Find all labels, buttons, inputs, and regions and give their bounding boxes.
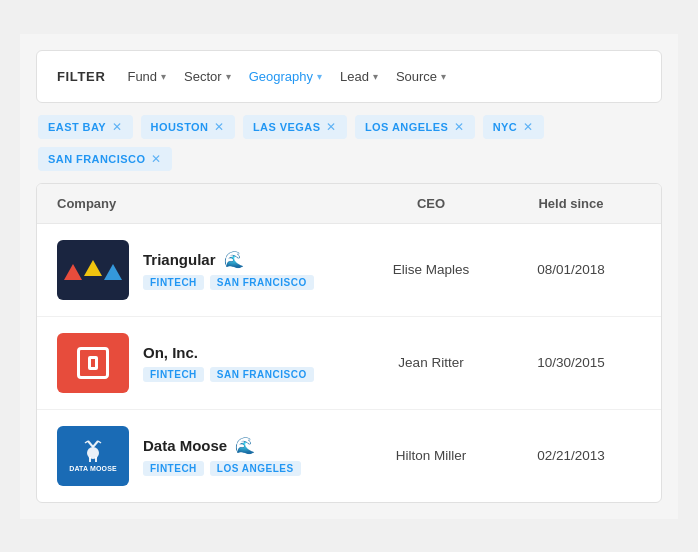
company-name-row: Triangular 🌊 (143, 250, 314, 269)
tag-las-vegas[interactable]: LAS VEGAS ✕ (243, 115, 347, 139)
filter-label: FILTER (57, 69, 105, 84)
column-company: Company (57, 196, 361, 211)
close-icon[interactable]: ✕ (454, 120, 464, 134)
chevron-down-icon: ▾ (441, 71, 446, 82)
company-tags: FINTECH LOS ANGELES (143, 461, 301, 476)
company-cell: Triangular 🌊 FINTECH SAN FRANCISCO (57, 240, 361, 300)
held-since-value: 08/01/2018 (501, 262, 641, 277)
tag-los-angeles[interactable]: LOS ANGELES ✕ (355, 115, 475, 139)
svg-line-5 (85, 441, 88, 443)
moose-icon (76, 439, 110, 463)
company-info: On, Inc. FINTECH SAN FRANCISCO (143, 344, 314, 382)
tag-nyc[interactable]: NYC ✕ (483, 115, 544, 139)
company-cell: DATA MOOSE Data Moose 🌊 FINTECH LOS ANGE… (57, 426, 361, 486)
company-name-row: On, Inc. (143, 344, 314, 361)
column-held-since: Held since (501, 196, 641, 211)
tag-fintech: FINTECH (143, 461, 204, 476)
svg-line-6 (98, 441, 101, 443)
companies-table: Company CEO Held since Triangular 🌊 (36, 183, 662, 503)
table-row[interactable]: DATA MOOSE Data Moose 🌊 FINTECH LOS ANGE… (37, 410, 661, 502)
ceo-value: Jean Ritter (361, 355, 501, 370)
wave-icon: 🌊 (235, 436, 255, 455)
tag-san-francisco: SAN FRANCISCO (210, 275, 314, 290)
table-header: Company CEO Held since (37, 184, 661, 224)
tag-san-francisco[interactable]: SAN FRANCISCO ✕ (38, 147, 172, 171)
filter-lead[interactable]: Lead ▾ (334, 65, 384, 88)
on-icon (77, 347, 109, 379)
chevron-down-icon: ▾ (161, 71, 166, 82)
table-row[interactable]: Triangular 🌊 FINTECH SAN FRANCISCO Elise… (37, 224, 661, 317)
svg-point-0 (87, 447, 99, 459)
company-logo-triangular (57, 240, 129, 300)
on-inner-icon (88, 356, 98, 370)
close-icon[interactable]: ✕ (214, 120, 224, 134)
company-name: Triangular (143, 251, 216, 268)
table-row[interactable]: On, Inc. FINTECH SAN FRANCISCO Jean Ritt… (37, 317, 661, 410)
active-filters: EAST BAY ✕ HOUSTON ✕ LAS VEGAS ✕ LOS ANG… (36, 115, 662, 171)
company-name: On, Inc. (143, 344, 198, 361)
held-since-value: 10/30/2015 (501, 355, 641, 370)
company-info: Triangular 🌊 FINTECH SAN FRANCISCO (143, 250, 314, 290)
close-icon[interactable]: ✕ (326, 120, 336, 134)
triangle-yellow-icon (84, 260, 102, 276)
column-ceo: CEO (361, 196, 501, 211)
filter-geography[interactable]: Geography ▾ (243, 65, 328, 88)
triangles-icon (64, 260, 122, 280)
tag-los-angeles: LOS ANGELES (210, 461, 301, 476)
close-icon[interactable]: ✕ (151, 152, 161, 166)
company-tags: FINTECH SAN FRANCISCO (143, 367, 314, 382)
company-info: Data Moose 🌊 FINTECH LOS ANGELES (143, 436, 301, 476)
company-cell: On, Inc. FINTECH SAN FRANCISCO (57, 333, 361, 393)
svg-line-3 (88, 441, 93, 447)
main-container: FILTER Fund ▾ Sector ▾ Geography ▾ Lead … (20, 34, 678, 519)
company-logo-datamoose: DATA MOOSE (57, 426, 129, 486)
company-name: Data Moose (143, 437, 227, 454)
svg-line-4 (93, 441, 98, 447)
company-tags: FINTECH SAN FRANCISCO (143, 275, 314, 290)
ceo-value: Hilton Miller (361, 448, 501, 463)
triangle-blue-icon (104, 264, 122, 280)
tag-fintech: FINTECH (143, 275, 204, 290)
tag-houston[interactable]: HOUSTON ✕ (141, 115, 235, 139)
chevron-down-icon: ▾ (226, 71, 231, 82)
chevron-down-icon: ▾ (317, 71, 322, 82)
tag-east-bay[interactable]: EAST BAY ✕ (38, 115, 133, 139)
triangle-red-icon (64, 264, 82, 280)
close-icon[interactable]: ✕ (112, 120, 122, 134)
datamoose-text: DATA MOOSE (69, 439, 117, 472)
held-since-value: 02/21/2013 (501, 448, 641, 463)
tag-fintech: FINTECH (143, 367, 204, 382)
svg-rect-1 (89, 457, 91, 462)
filter-bar: FILTER Fund ▾ Sector ▾ Geography ▾ Lead … (36, 50, 662, 103)
company-name-row: Data Moose 🌊 (143, 436, 301, 455)
svg-rect-2 (95, 457, 97, 462)
filter-sector[interactable]: Sector ▾ (178, 65, 237, 88)
ceo-value: Elise Maples (361, 262, 501, 277)
chevron-down-icon: ▾ (373, 71, 378, 82)
close-icon[interactable]: ✕ (523, 120, 533, 134)
company-logo-on (57, 333, 129, 393)
datamoose-label: DATA MOOSE (69, 465, 117, 472)
filter-source[interactable]: Source ▾ (390, 65, 452, 88)
wave-icon: 🌊 (224, 250, 244, 269)
filter-fund[interactable]: Fund ▾ (121, 65, 172, 88)
tag-san-francisco: SAN FRANCISCO (210, 367, 314, 382)
